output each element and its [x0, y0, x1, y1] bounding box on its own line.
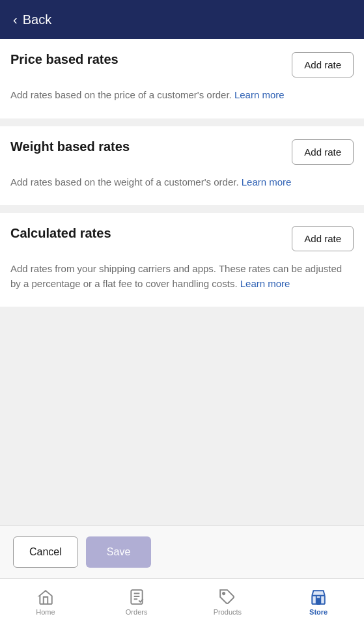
- price-based-rates-description: Add rates based on the price of a custom…: [10, 88, 354, 103]
- store-icon: [310, 589, 327, 605]
- save-button[interactable]: Save: [86, 536, 151, 568]
- orders-icon: [128, 589, 145, 605]
- weight-based-rates-card: Weight based rates Add rate Add rates ba…: [0, 126, 364, 206]
- price-based-rates-header: Price based rates Add rate: [10, 52, 354, 77]
- nav-label-store: Store: [309, 608, 328, 616]
- weight-based-add-rate-button[interactable]: Add rate: [292, 139, 354, 165]
- weight-based-rates-header: Weight based rates Add rate: [10, 139, 354, 165]
- calculated-rates-header: Calculated rates Add rate: [10, 226, 354, 251]
- nav-item-store[interactable]: Store: [273, 583, 364, 621]
- cancel-button[interactable]: Cancel: [13, 536, 78, 568]
- main-content: Price based rates Add rate Add rates bas…: [0, 39, 364, 525]
- products-icon: [219, 589, 236, 605]
- weight-based-rates-description: Add rates based on the weight of a custo…: [10, 175, 354, 190]
- nav-item-home[interactable]: Home: [0, 583, 91, 621]
- calculated-rates-card: Calculated rates Add rate Add rates from…: [0, 213, 364, 307]
- svg-point-1: [223, 592, 225, 594]
- nav-label-orders: Orders: [126, 608, 148, 616]
- home-icon: [37, 589, 54, 605]
- header: ‹ Back: [0, 0, 364, 39]
- price-based-rates-card: Price based rates Add rate Add rates bas…: [0, 39, 364, 118]
- weight-based-learn-more-link[interactable]: Learn more: [242, 176, 292, 188]
- nav-item-orders[interactable]: Orders: [91, 583, 182, 621]
- bottom-nav: Home Orders Products Store: [0, 578, 364, 625]
- action-bar: Cancel Save: [0, 525, 364, 578]
- header-back-button[interactable]: Back: [23, 12, 51, 27]
- svg-rect-3: [317, 598, 320, 604]
- nav-label-products: Products: [214, 608, 242, 616]
- nav-label-home: Home: [36, 608, 55, 616]
- calculated-learn-more-link[interactable]: Learn more: [240, 278, 290, 289]
- calculated-add-rate-button[interactable]: Add rate: [292, 226, 354, 251]
- calculated-rates-title: Calculated rates: [10, 226, 111, 241]
- weight-based-rates-title: Weight based rates: [10, 139, 130, 154]
- calculated-rates-description: Add rates from your shipping carriers an…: [10, 262, 354, 291]
- price-based-learn-more-link[interactable]: Learn more: [234, 89, 285, 100]
- price-based-add-rate-button[interactable]: Add rate: [292, 52, 354, 77]
- back-chevron-icon: ‹: [13, 12, 18, 27]
- nav-item-products[interactable]: Products: [182, 583, 273, 621]
- price-based-rates-title: Price based rates: [10, 52, 119, 67]
